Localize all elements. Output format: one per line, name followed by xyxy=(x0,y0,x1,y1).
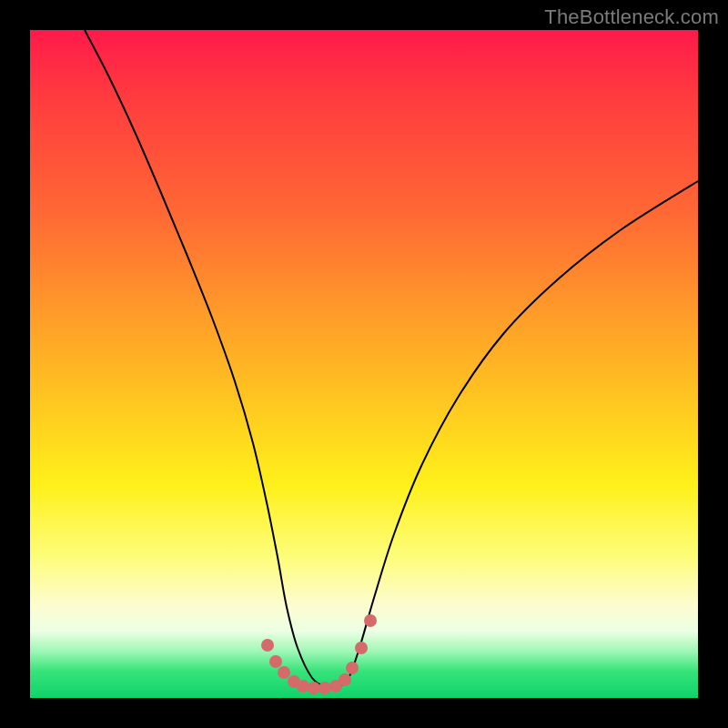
plot-area xyxy=(30,30,698,698)
chart-frame: TheBottleneck.com xyxy=(0,0,728,728)
watermark-text: TheBottleneck.com xyxy=(544,5,719,29)
